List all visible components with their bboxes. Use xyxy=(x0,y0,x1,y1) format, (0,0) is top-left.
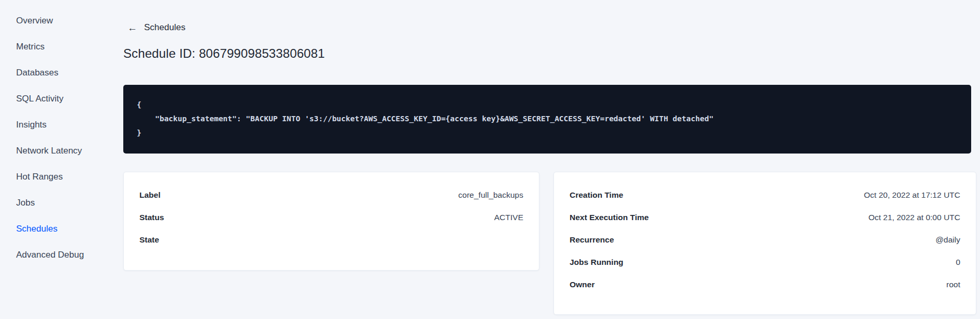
detail-value: Oct 21, 2022 at 0:00 UTC xyxy=(868,213,960,222)
main-content: ← Schedules Schedule ID: 806799098533806… xyxy=(123,0,976,319)
sidebar-item-hot-ranges[interactable]: Hot Ranges xyxy=(16,172,114,181)
detail-row-state: State xyxy=(139,228,523,251)
detail-value: ACTIVE xyxy=(494,213,523,222)
detail-row-recurrence: Recurrence @daily xyxy=(570,228,960,251)
detail-label: Status xyxy=(139,213,164,222)
back-link-label: Schedules xyxy=(144,22,185,33)
left-arrow-icon: ← xyxy=(127,23,137,32)
detail-row-next-execution-time: Next Execution Time Oct 21, 2022 at 0:00… xyxy=(570,206,960,228)
detail-value: Oct 20, 2022 at 17:12 UTC xyxy=(864,190,960,200)
detail-row-owner: Owner root xyxy=(570,273,960,296)
schedule-timing-card: Creation Time Oct 20, 2022 at 17:12 UTC … xyxy=(553,172,976,315)
code-line: } xyxy=(137,126,958,140)
detail-value: @daily xyxy=(935,235,960,245)
detail-row-status: Status ACTIVE xyxy=(139,206,523,228)
sidebar-item-overview[interactable]: Overview xyxy=(16,16,114,25)
sidebar-item-network-latency[interactable]: Network Latency xyxy=(16,146,114,155)
detail-row-label: Label core_full_backups xyxy=(139,184,523,206)
back-to-schedules-link[interactable]: ← Schedules xyxy=(127,22,185,33)
sidebar-item-metrics[interactable]: Metrics xyxy=(16,42,114,51)
sidebar-item-advanced-debug[interactable]: Advanced Debug xyxy=(16,250,114,259)
detail-row-jobs-running: Jobs Running 0 xyxy=(570,251,960,273)
detail-label: Next Execution Time xyxy=(570,213,649,222)
sidebar-item-schedules[interactable]: Schedules xyxy=(16,224,114,233)
schedule-statement-code-block: { "backup_statement": "BACKUP INTO 's3:/… xyxy=(123,85,971,154)
schedule-details-card: Label core_full_backups Status ACTIVE St… xyxy=(123,172,539,271)
page-title: Schedule ID: 806799098533806081 xyxy=(123,46,325,61)
sidebar-nav: Overview Metrics Databases SQL Activity … xyxy=(0,0,114,319)
detail-value: core_full_backups xyxy=(458,190,523,200)
detail-label: Creation Time xyxy=(570,190,623,200)
detail-value: 0 xyxy=(956,258,960,267)
code-line: "backup_statement": "BACKUP INTO 's3://b… xyxy=(137,112,958,126)
detail-value: root xyxy=(946,280,960,289)
code-line: { xyxy=(137,98,958,112)
detail-row-creation-time: Creation Time Oct 20, 2022 at 17:12 UTC xyxy=(570,184,960,206)
detail-label: Label xyxy=(139,190,160,200)
sidebar-item-sql-activity[interactable]: SQL Activity xyxy=(16,94,114,103)
detail-label: Recurrence xyxy=(570,235,614,245)
sidebar-item-insights[interactable]: Insights xyxy=(16,120,114,129)
detail-label: Jobs Running xyxy=(570,258,623,267)
detail-label: Owner xyxy=(570,280,595,289)
sidebar-item-databases[interactable]: Databases xyxy=(16,68,114,77)
detail-label: State xyxy=(139,235,159,245)
sidebar-item-jobs[interactable]: Jobs xyxy=(16,198,114,207)
